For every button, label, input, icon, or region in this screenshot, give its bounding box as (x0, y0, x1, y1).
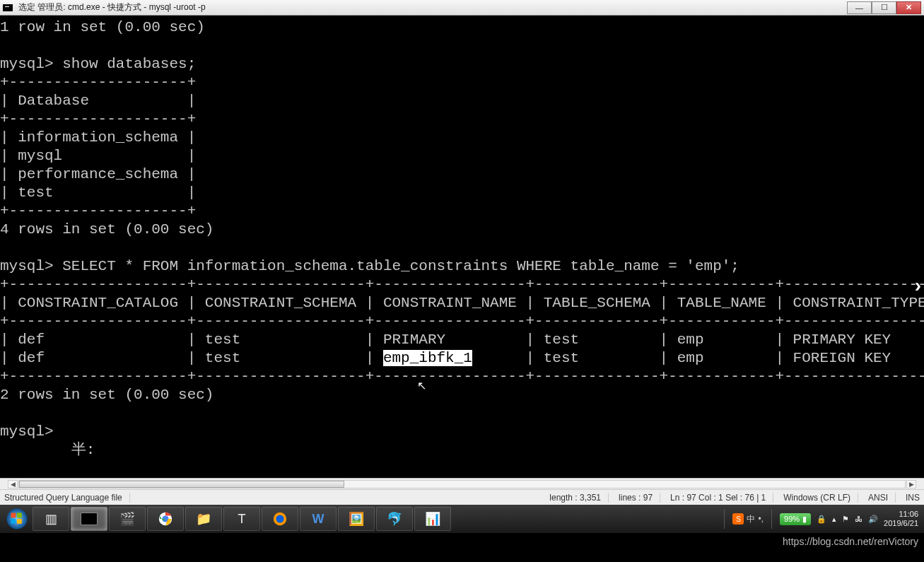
scroll-left-arrow-icon[interactable]: ◀ (8, 480, 18, 488)
selected-text: emp_ibfk_1 (383, 350, 472, 366)
taskbar-app-firefox[interactable] (262, 507, 298, 531)
svg-rect-3 (11, 519, 16, 524)
battery-icon: ▮ (802, 515, 807, 524)
firefox-icon (272, 511, 288, 527)
tray-ime-icon[interactable]: 中 (747, 513, 755, 525)
output-line: mysql> show databases; (0, 56, 196, 72)
windows-taskbar: ▥ 🎬 📁 T W 🖼️ 🐬 📊 S 中 •, 99% ▮ 🔒 ▴ ⚑ 🖧 🔊 … (0, 505, 924, 533)
output-line: +--------------------+------------------… (0, 313, 924, 329)
svg-point-8 (276, 515, 284, 523)
output-line: | CONSTRAINT_CATALOG | CONSTRAINT_SCHEMA… (0, 295, 924, 311)
taskbar-app-chart[interactable]: 📊 (414, 507, 451, 531)
output-line: 4 rows in set (0.00 sec) (0, 221, 214, 238)
output-line: | def | test | emp_ibfk_1 | test | emp |… (0, 350, 924, 366)
output-line: +--------------------+------------------… (0, 368, 924, 385)
tray-sogou-icon[interactable]: S (732, 513, 744, 525)
output-misc: 半: (0, 442, 95, 458)
close-button[interactable]: ✕ (896, 1, 921, 14)
svg-rect-1 (11, 513, 16, 518)
battery-indicator[interactable]: 99% ▮ (780, 513, 811, 525)
output-line: 2 rows in set (0.00 sec) (0, 387, 214, 403)
scroll-right-arrow-icon[interactable]: ▶ (906, 480, 916, 488)
window-title: 选定 管理员: cmd.exe - 快捷方式 - mysql -uroot -p (3, 1, 847, 13)
system-tray: S 中 •, 99% ▮ 🔒 ▴ ⚑ 🖧 🔊 11:06 2019/6/21 (722, 509, 921, 529)
clock[interactable]: 11:06 2019/6/21 (884, 510, 918, 528)
window-titlebar: 选定 管理员: cmd.exe - 快捷方式 - mysql -uroot -p… (0, 0, 924, 16)
tray-notify-icon[interactable]: 🔒 (817, 515, 826, 524)
bottom-margin: https://blog.csdn.net/renVictory (0, 533, 924, 551)
output-line: +--------------------+ (0, 203, 196, 219)
taskbar-app-chrome[interactable] (147, 507, 184, 531)
output-line: | Database | (0, 93, 196, 109)
minimize-button[interactable]: — (847, 1, 872, 14)
output-prompt: mysql> (0, 423, 62, 440)
output-line: +--------------------+ (0, 74, 196, 90)
status-mode: INS (906, 493, 920, 503)
chrome-icon (158, 511, 173, 527)
output-line: +--------------------+------------------… (0, 276, 924, 293)
scrollbar-track[interactable] (18, 480, 906, 488)
battery-percent: 99% (784, 515, 800, 523)
output-line: +--------------------+ (0, 111, 196, 127)
output-line: | performance_schema | (0, 166, 196, 182)
taskbar-app-wps[interactable]: W (300, 507, 337, 531)
editor-statusbar: Structured Query Language file length : … (0, 489, 924, 505)
window-title-text: 选定 管理员: cmd.exe - 快捷方式 - mysql -uroot -p (18, 1, 206, 13)
status-encoding: ANSI (868, 493, 896, 503)
output-line: | def | test | PRIMARY | test | emp | PR… (0, 332, 924, 348)
taskbar-app-text[interactable]: T (223, 507, 260, 531)
output-line: mysql> SELECT * FROM information_schema.… (0, 258, 739, 274)
taskbar-app-cmd[interactable] (71, 507, 107, 531)
taskbar-app-explorer[interactable]: ▥ (33, 507, 69, 531)
output-line: | test | (0, 185, 196, 201)
scrollbar-thumb[interactable] (19, 481, 344, 488)
taskbar-app-folder[interactable]: 📁 (185, 507, 222, 531)
taskbar-app-media[interactable]: 🎬 (109, 507, 146, 531)
tray-icon-group[interactable]: ▴ (832, 515, 836, 524)
cmd-icon (3, 4, 13, 11)
horizontal-scrollbar[interactable]: ◀ ▶ (0, 478, 924, 489)
status-lines: lines : 97 (619, 493, 660, 503)
tray-network-icon[interactable]: 🖧 (855, 515, 862, 523)
next-arrow-icon[interactable]: › (915, 274, 921, 297)
taskbar-app-mysql[interactable]: 🐬 (376, 507, 413, 531)
status-length: length : 3,351 (549, 493, 609, 503)
taskbar-app-paint[interactable]: 🖼️ (338, 507, 375, 531)
windows-logo-icon (5, 507, 29, 531)
tray-flag-icon[interactable]: ⚑ (842, 515, 849, 524)
output-line: | mysql | (0, 148, 196, 164)
status-eol: Windows (CR LF) (783, 493, 858, 503)
clock-date: 2019/6/21 (884, 519, 918, 528)
clock-time: 11:06 (884, 510, 918, 519)
status-position: Ln : 97 Col : 1 Sel : 76 | 1 (670, 493, 773, 503)
watermark-text: https://blog.csdn.net/renVictory (783, 536, 918, 547)
window-controls: — ☐ ✕ (847, 1, 921, 14)
svg-rect-4 (17, 519, 22, 524)
terminal-output[interactable]: 1 row in set (0.00 sec) mysql> show data… (0, 16, 924, 478)
svg-rect-2 (17, 513, 22, 518)
tray-volume-icon[interactable]: 🔊 (868, 515, 878, 524)
maximize-button[interactable]: ☐ (872, 1, 896, 14)
status-filetype: Structured Query Language file (4, 493, 130, 503)
start-button[interactable] (3, 505, 31, 533)
tray-status-icon[interactable]: •, (758, 514, 764, 524)
output-line: 1 row in set (0.00 sec) (0, 19, 205, 35)
output-line: | information_schema | (0, 129, 196, 146)
